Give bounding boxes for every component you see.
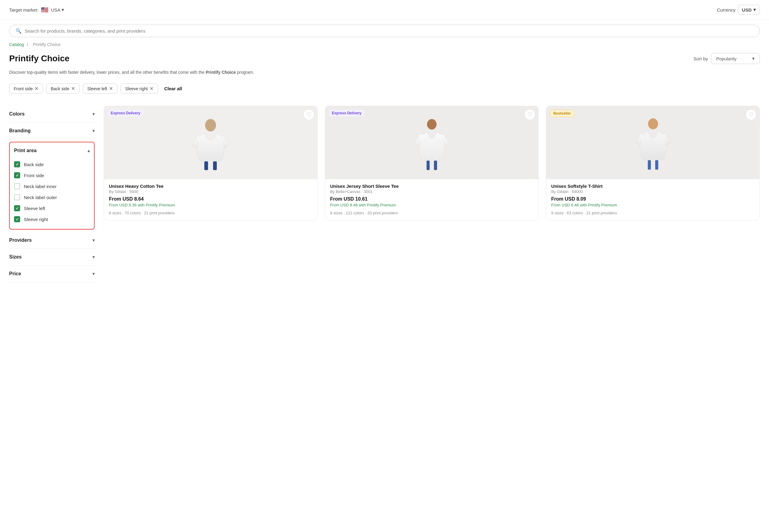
svg-rect-4 (427, 161, 430, 170)
sizes-section-header[interactable]: Sizes (9, 249, 95, 265)
checkbox-sleeve-left[interactable] (14, 205, 20, 211)
checkbox-back-side[interactable] (14, 161, 20, 167)
page-description: Discover top-quality items with faster d… (0, 66, 769, 80)
checkbox-sleeve-right[interactable] (14, 216, 20, 222)
print-area-item-sleeve-right[interactable]: Sleeve right (14, 214, 90, 225)
sidebar: Colors Branding Print area Back side (9, 106, 95, 282)
product-info-2: Unisex Jersey Short Sleeve Tee By Bella+… (325, 179, 538, 220)
print-area-section: Print area Back side Front side Neck lab… (9, 142, 95, 230)
branding-section-header[interactable]: Branding (9, 123, 95, 139)
market-chevron-icon: ▾ (62, 7, 64, 12)
product-name-2: Unisex Jersey Short Sleeve Tee (330, 184, 534, 189)
filter-label-sleeve-right: Sleeve right (125, 86, 148, 91)
price-section-header[interactable]: Price (9, 266, 95, 282)
sort-dropdown[interactable]: Popularity ▾ (711, 53, 760, 64)
badge-express-1: Express Delivery (108, 110, 143, 116)
print-area-label: Print area (14, 148, 37, 153)
sort-chevron-icon: ▾ (752, 56, 755, 61)
svg-point-0 (205, 119, 216, 132)
product-premium-1: From USD 6.36 with Printify Premium (109, 202, 313, 208)
product-price-1: From USD 8.64 (109, 196, 313, 202)
remove-filter-sleeve-left[interactable]: ✕ (109, 86, 113, 91)
product-premium-2: From USD 8.48 with Printify Premium (330, 202, 534, 208)
badge-express-2: Express Delivery (329, 110, 365, 116)
sort-label: Sort by (693, 56, 708, 61)
product-card-3[interactable]: Bestseller ♡ (546, 106, 760, 220)
product-brand-2: By Bella+Canvas · 3001 (330, 189, 534, 194)
branding-label: Branding (9, 128, 30, 134)
product-premium-3: From USD 6.48 with Printify Premium (551, 202, 755, 208)
products-grid: Express Delivery ♡ (104, 106, 760, 220)
svg-rect-1 (205, 162, 208, 170)
product-image-1 (130, 115, 291, 170)
product-price-3: From USD 8.09 (551, 196, 755, 202)
filter-tag-sleeve-right[interactable]: Sleeve right ✕ (120, 84, 158, 94)
remove-filter-sleeve-right[interactable]: ✕ (149, 86, 153, 91)
filters-row: Front side ✕ Back side ✕ Sleeve left ✕ S… (0, 80, 769, 100)
filter-tag-sleeve-left[interactable]: Sleeve left ✕ (83, 84, 117, 94)
remove-filter-back-side[interactable]: ✕ (71, 86, 75, 91)
print-area-item-sleeve-left[interactable]: Sleeve left (14, 203, 90, 214)
print-area-item-neck-label-outer[interactable]: Neck label outer (14, 192, 90, 203)
search-icon: 🔍 (16, 28, 22, 34)
market-dropdown[interactable]: USA ▾ (51, 7, 64, 12)
print-area-neck-label-outer-label: Neck label outer (24, 195, 57, 200)
currency-dropdown[interactable]: USD ▾ (738, 5, 760, 15)
product-image-3 (573, 115, 733, 170)
product-name-1: Unisex Heavy Cotton Tee (109, 184, 313, 189)
page-title: Printify Choice (9, 54, 70, 63)
print-area-sleeve-right-label: Sleeve right (24, 217, 48, 222)
product-info-1: Unisex Heavy Cotton Tee By Gildan · 5000… (104, 179, 317, 220)
product-brand-3: By Gildan · 64000 (551, 189, 755, 194)
product-meta-1: 8 sizes · 70 colors · 21 print providers (109, 211, 313, 215)
breadcrumb-current: Printify Choice (33, 42, 60, 47)
remove-filter-front-side[interactable]: ✕ (34, 86, 38, 91)
product-info-3: Unisex Softstyle T-Shirt By Gildan · 640… (546, 179, 760, 220)
colors-label: Colors (9, 111, 25, 117)
sidebar-section-sizes: Sizes (9, 249, 95, 266)
product-brand-1: By Gildan · 5000 (109, 189, 313, 194)
sidebar-section-price: Price (9, 266, 95, 282)
svg-rect-8 (655, 160, 658, 170)
market-value: USA (51, 7, 60, 12)
filter-tag-back-side[interactable]: Back side ✕ (46, 84, 80, 94)
currency-chevron-icon: ▾ (753, 7, 756, 12)
print-area-items: Back side Front side Neck label inner Ne… (14, 159, 90, 229)
wishlist-button-1[interactable]: ♡ (303, 109, 314, 120)
print-area-item-neck-label-inner[interactable]: Neck label inner (14, 181, 90, 192)
svg-rect-2 (213, 162, 217, 170)
breadcrumb-separator: / (27, 42, 28, 47)
target-market-label: Target market: (9, 7, 38, 12)
filter-tag-front-side[interactable]: Front side ✕ (9, 84, 43, 94)
badge-bestseller-3: Bestseller (550, 110, 574, 117)
checkbox-neck-label-inner[interactable] (14, 183, 20, 189)
currency-label: Currency (717, 7, 735, 12)
clear-all-button[interactable]: Clear all (161, 84, 185, 93)
sizes-chevron-icon (92, 255, 95, 259)
product-meta-3: 9 sizes · 63 colors · 21 print providers (551, 211, 755, 215)
products-area: Express Delivery ♡ (104, 106, 760, 282)
providers-section-header[interactable]: Providers (9, 232, 95, 248)
print-area-item-back-side[interactable]: Back side (14, 159, 90, 170)
wishlist-button-3[interactable]: ♡ (746, 109, 756, 120)
filter-label-back-side: Back side (51, 86, 69, 91)
wishlist-button-2[interactable]: ♡ (524, 109, 535, 120)
product-card-1[interactable]: Express Delivery ♡ (104, 106, 318, 220)
svg-rect-7 (648, 160, 651, 170)
checkbox-neck-label-outer[interactable] (14, 194, 20, 200)
filter-label-sleeve-left: Sleeve left (87, 86, 107, 91)
sizes-label: Sizes (9, 254, 22, 260)
colors-section-header[interactable]: Colors (9, 106, 95, 122)
product-card-2[interactable]: Express Delivery ♡ (325, 106, 539, 220)
product-image-wrapper-2: Express Delivery ♡ (325, 106, 538, 179)
search-input[interactable] (25, 28, 753, 34)
price-label: Price (9, 271, 21, 277)
product-image-2 (352, 115, 512, 170)
print-area-item-front-side[interactable]: Front side (14, 170, 90, 181)
colors-chevron-icon (92, 112, 95, 116)
breadcrumb-catalog[interactable]: Catalog (9, 42, 24, 47)
sidebar-section-colors: Colors (9, 106, 95, 123)
print-area-header[interactable]: Print area (14, 142, 90, 159)
providers-label: Providers (9, 237, 32, 243)
checkbox-front-side[interactable] (14, 172, 20, 178)
